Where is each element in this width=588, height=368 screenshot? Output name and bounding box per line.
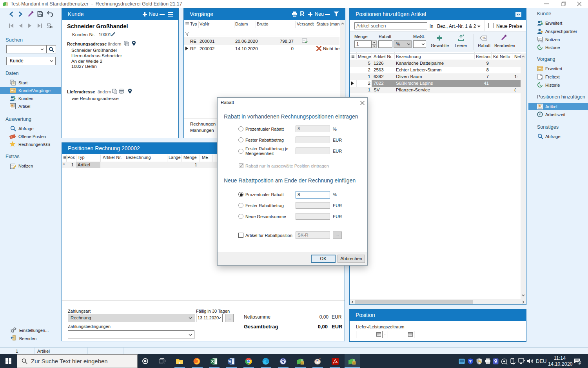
svg-text:1: 1 <box>579 361 581 364</box>
svg-text:%: % <box>483 36 486 40</box>
